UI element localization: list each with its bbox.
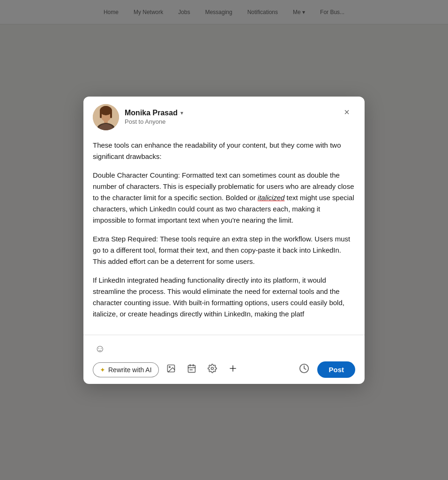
emoji-icon: ☺ (95, 343, 105, 354)
gear-icon (208, 364, 217, 375)
svg-rect-9 (188, 365, 195, 372)
svg-rect-4 (100, 112, 102, 118)
post-text-editor[interactable]: These tools can enhance the readability … (93, 140, 355, 327)
emoji-row: ☺ (93, 341, 355, 357)
clock-icon (299, 363, 309, 376)
modal-content[interactable]: These tools can enhance the readability … (83, 136, 365, 335)
rewrite-ai-button[interactable]: ✦ Rewrite with AI (93, 362, 159, 377)
schedule-button[interactable] (296, 361, 313, 378)
ai-star-icon: ✦ (100, 366, 105, 374)
svg-point-15 (211, 368, 213, 370)
emoji-button[interactable]: ☺ (93, 341, 107, 357)
close-button[interactable]: × (338, 104, 355, 121)
post-paragraph-1: These tools can enhance the readability … (93, 140, 355, 162)
user-info: Monika Prasad ▾ Post to Anyone (93, 104, 183, 130)
svg-rect-13 (189, 369, 191, 371)
add-image-button[interactable] (163, 361, 179, 378)
image-icon (166, 364, 176, 375)
svg-rect-14 (191, 369, 193, 371)
calendar-icon (187, 364, 196, 375)
plus-icon (228, 364, 238, 375)
post-paragraph-2: Double Character Counting: Formatted tex… (93, 170, 355, 226)
add-more-button[interactable] (224, 361, 241, 378)
avatar-svg (93, 104, 119, 130)
actions-right: Post (296, 361, 355, 378)
svg-rect-5 (110, 112, 112, 118)
actions-row: ✦ Rewrite with AI (93, 361, 355, 378)
user-dropdown-arrow[interactable]: ▾ (180, 110, 183, 116)
post-visibility[interactable]: Post to Anyone (125, 118, 183, 125)
post-paragraph-4: If LinkedIn integrated heading functiona… (93, 275, 355, 320)
para2-italic: italicized (258, 194, 285, 202)
avatar (93, 104, 119, 130)
svg-point-8 (169, 367, 170, 368)
actions-left: ✦ Rewrite with AI (93, 361, 241, 378)
create-post-modal: Monika Prasad ▾ Post to Anyone × These t… (83, 97, 365, 384)
more-options-button[interactable] (204, 361, 221, 378)
modal-toolbar: ☺ ✦ Rewrite with AI (83, 335, 365, 384)
post-paragraph-3: Extra Step Required: These tools require… (93, 233, 355, 267)
user-details: Monika Prasad ▾ Post to Anyone (125, 109, 183, 125)
close-icon: × (344, 107, 350, 118)
rewrite-ai-label: Rewrite with AI (108, 366, 152, 374)
add-event-button[interactable] (183, 361, 200, 378)
user-name-row: Monika Prasad ▾ (125, 109, 183, 117)
modal-header: Monika Prasad ▾ Post to Anyone × (83, 97, 365, 136)
post-label: Post (329, 366, 344, 374)
user-name: Monika Prasad (125, 109, 178, 117)
post-button[interactable]: Post (317, 361, 355, 378)
